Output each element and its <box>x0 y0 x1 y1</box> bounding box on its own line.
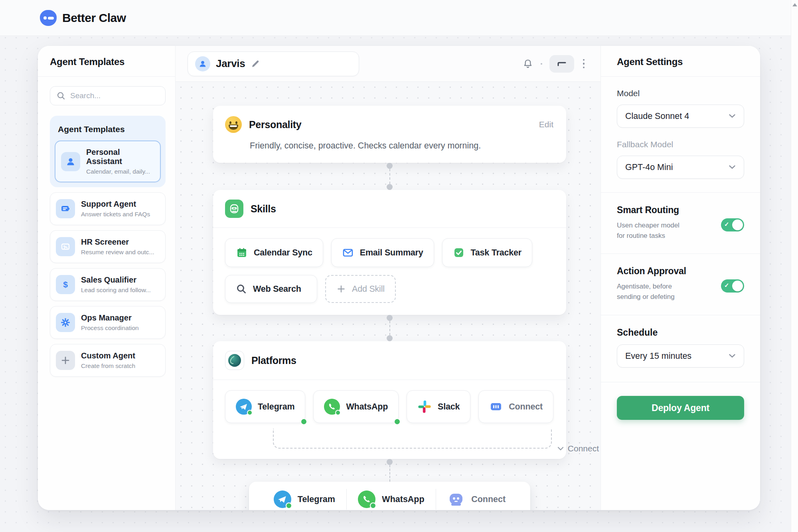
template-item-custom-agent[interactable]: Custom Agent Create from scratch <box>50 344 166 377</box>
toolbar-label: Telegram <box>298 494 335 504</box>
agent-name: Jarvis <box>216 57 245 70</box>
fallback-model-value: GPT-4o Mini <box>625 162 673 172</box>
canvas-header: Jarvis <box>176 46 600 82</box>
telegram-icon <box>274 490 291 508</box>
platform-chip-label: Connect <box>509 402 543 412</box>
skill-chip-calendar-sync[interactable]: Calendar Sync <box>225 238 323 267</box>
skill-chip-label: Task Tracker <box>471 248 522 258</box>
builder-window: Agent Templates Search... Agent Template… <box>38 46 760 510</box>
connected-status-dot <box>301 419 306 424</box>
agent-settings-panel: Agent Settings Model Claude Sonnet 4 Fal… <box>600 46 760 510</box>
platform-chip-label: Telegram <box>258 402 294 412</box>
divider <box>601 192 760 193</box>
agent-canvas: Personality Edit Friendly, concise, proa… <box>176 82 600 510</box>
undo-button[interactable] <box>549 55 574 73</box>
search-icon <box>57 91 65 100</box>
plus-icon <box>56 351 75 370</box>
smart-routing-setting: Smart Routing Usen cheaper model for rou… <box>617 205 744 241</box>
fallback-model-select[interactable]: GPT-4o Mini <box>617 156 744 179</box>
skills-title: Skills <box>251 203 276 215</box>
sidebar-title: Agent Templates <box>50 56 166 67</box>
smart-routing-toggle[interactable]: ✓ <box>721 218 744 231</box>
dollar-icon: $ <box>56 275 75 294</box>
toolbar-item-whatsapp[interactable]: WhatsApp <box>347 490 435 508</box>
template-item-ops-manager[interactable]: Ops Manager Process coordination <box>50 306 166 339</box>
platforms-title: Platforms <box>251 355 296 366</box>
skill-chip-label: Web Search <box>253 284 301 294</box>
skill-chip-web-search[interactable]: Web Search <box>225 275 317 303</box>
template-item-support-agent[interactable]: Support Agent Answer tickets and FAQs <box>50 192 166 225</box>
model-select[interactable]: Claude Sonnet 4 <box>617 105 744 128</box>
add-skill-button[interactable]: Add Skill <box>325 275 396 303</box>
chevron-down-icon <box>557 447 564 451</box>
telegram-icon <box>236 399 252 415</box>
search-input[interactable]: Search... <box>50 86 166 105</box>
platform-chip-connect[interactable]: Connect <box>478 390 553 423</box>
pencil-edit-icon[interactable] <box>251 59 260 69</box>
magnifier-icon <box>236 283 247 295</box>
edit-personality-link[interactable]: Edit <box>539 120 553 129</box>
template-title: Sales Qualifier <box>81 275 151 285</box>
undo-arrow-icon <box>557 60 567 67</box>
toolbar-item-connect[interactable]: Connect <box>436 491 517 507</box>
platform-chip-whatsapp[interactable]: WhatsApp <box>313 390 399 423</box>
settings-title: Agent Settings <box>617 56 744 67</box>
more-options-button[interactable] <box>581 57 587 70</box>
scroll-up-arrow-icon[interactable] <box>792 3 797 6</box>
chevron-down-icon <box>729 354 736 358</box>
platform-chip-telegram[interactable]: Telegram <box>225 390 305 423</box>
plus-icon <box>336 284 346 294</box>
template-desc: Answer tickets and FAQs <box>81 211 150 218</box>
divider <box>601 76 760 77</box>
brand-name: Better Claw <box>62 11 126 25</box>
skill-chip-task-tracker[interactable]: Task Tracker <box>442 238 533 267</box>
connect-grid-icon <box>489 400 503 413</box>
action-approval-toggle[interactable]: ✓ <box>721 279 744 293</box>
divider <box>601 382 760 382</box>
personality-description: Friendly, concise, proactive. Checks cal… <box>250 141 553 151</box>
template-desc: Resume review and outc... <box>81 249 154 256</box>
ticket-icon <box>56 199 75 218</box>
separator-dot <box>541 63 542 65</box>
deploy-agent-button[interactable]: Deploy Agent <box>617 396 744 420</box>
template-item-sales-qualifier[interactable]: $ Sales Qualifier Lead scoring and follo… <box>50 268 166 301</box>
template-title: HR Screener <box>81 237 154 247</box>
toolbar-item-telegram[interactable]: Telegram <box>263 490 346 508</box>
platform-chip-slack[interactable]: Slack <box>407 390 470 423</box>
model-label: Model <box>617 89 744 98</box>
agent-name-field[interactable]: Jarvis <box>188 51 359 76</box>
platform-chip-label: WhatsApp <box>346 402 388 412</box>
personality-card: Personality Edit Friendly, concise, proa… <box>213 106 566 163</box>
skills-robot-icon <box>225 200 243 218</box>
user-icon <box>61 152 80 171</box>
divider <box>38 76 175 77</box>
platform-connect-route: Connect <box>273 429 552 449</box>
template-desc: Lead scoring and follow... <box>81 287 151 294</box>
bell-icon[interactable] <box>522 58 533 69</box>
smiley-emoji-icon <box>225 116 242 133</box>
top-app-bar: Better Claw <box>0 0 798 36</box>
whatsapp-icon <box>358 490 375 508</box>
divider <box>601 315 760 315</box>
smart-routing-title: Smart Routing <box>617 205 679 216</box>
templates-group-title: Agent Templates <box>58 125 161 134</box>
connector-skills-platforms <box>213 315 566 341</box>
chevron-down-icon <box>729 165 736 170</box>
divider <box>601 253 760 254</box>
template-item-personal-assistant[interactable]: Personal Assistant Calendar, email, dail… <box>55 140 161 182</box>
platforms-globe-icon <box>225 351 244 370</box>
connector-personality-skills <box>213 163 566 190</box>
page-scrollbar[interactable] <box>791 0 798 532</box>
template-item-hr-screener[interactable]: HR Screener Resume review and outc... <box>50 230 166 263</box>
skill-chip-email-summary[interactable]: Email Summary <box>331 238 434 267</box>
skill-chip-label: Calendar Sync <box>254 248 312 258</box>
template-title: Ops Manager <box>81 313 139 322</box>
model-value: Claude Sonnet 4 <box>625 111 689 121</box>
schedule-select[interactable]: Every 15 minutes <box>617 344 744 368</box>
brand-logo-icon <box>40 10 57 26</box>
svg-text:$: $ <box>63 280 68 289</box>
route-connect-label[interactable]: Connect <box>557 444 599 453</box>
chevron-down-icon <box>729 114 736 119</box>
whatsapp-icon <box>324 399 340 415</box>
agent-avatar <box>195 56 210 71</box>
